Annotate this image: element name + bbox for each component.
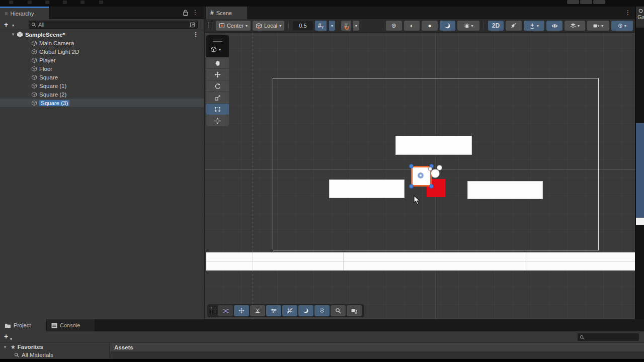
hierarchy-row[interactable]: Main Camera — [0, 39, 204, 47]
scene-visibility-toggle[interactable] — [546, 21, 562, 31]
eye-icon — [551, 23, 558, 29]
rect-tool-button[interactable] — [206, 104, 229, 115]
snap-increment-button[interactable]: # — [341, 21, 351, 31]
favorites-row[interactable]: ▼ ★ Favorites — [0, 343, 109, 351]
add-gameobject-button[interactable]: + — [4, 21, 8, 29]
hierarchy-row[interactable]: Square (1) — [0, 81, 204, 90]
rotate-gizmo-handle-tiny[interactable] — [429, 167, 432, 170]
kebab-menu-icon[interactable]: ⋮ — [625, 10, 631, 16]
kebab-menu-icon[interactable]: ⋮ — [192, 10, 198, 16]
pivot-mode-button[interactable]: Center ▾ — [216, 21, 251, 31]
floor-sprite[interactable] — [206, 252, 636, 270]
rotate-gizmo-handle-small[interactable] — [437, 165, 442, 170]
tool-context-dropdown[interactable]: ▾ — [210, 46, 221, 53]
rect-handle-top-left[interactable] — [409, 164, 414, 168]
grid-snap-dropdown[interactable]: ▾ — [329, 21, 335, 31]
scene-asset-icon — [17, 31, 23, 38]
tab-scene[interactable]: # Scene — [206, 7, 247, 19]
overlay-grid-visibility-button[interactable] — [282, 305, 297, 316]
layers-button[interactable]: ▾ — [565, 21, 585, 31]
shading-shaded-wireframe-button[interactable]: ◐ — [404, 21, 420, 31]
transform-tool-button[interactable] — [206, 115, 229, 126]
tab-game[interactable]: Ga — [636, 7, 644, 28]
shading-wireframe-button[interactable]: ⊕ — [386, 21, 402, 31]
shading-shaded-button[interactable]: ● — [422, 21, 438, 31]
pick-window-icon[interactable] — [190, 22, 195, 28]
kebab-menu-icon[interactable]: ⋮ — [193, 32, 199, 38]
assets-breadcrumb[interactable]: Assets — [110, 343, 644, 351]
scene-viewport[interactable]: ▾ — [205, 33, 644, 319]
rotate-gizmo-handle[interactable] — [431, 169, 439, 177]
tab-hierarchy[interactable]: ≡ Hierarchy — [0, 7, 49, 19]
particles-icon — [319, 308, 325, 314]
overlay-camera-button[interactable] — [347, 305, 362, 316]
camera-settings-button[interactable]: ▾ — [587, 21, 609, 31]
foldout-open-icon[interactable]: ▼ — [3, 345, 7, 349]
overlay-lighting-button[interactable] — [298, 305, 313, 316]
hierarchy-row[interactable]: Square (2) — [0, 90, 204, 99]
scale-tool-button[interactable] — [206, 92, 229, 104]
hierarchy-row-selected[interactable]: Square (3) — [0, 99, 204, 107]
snap-increment-dropdown[interactable]: ▾ — [353, 21, 359, 31]
tab-console[interactable]: Console — [47, 319, 95, 331]
random-tools-button[interactable] — [218, 305, 233, 316]
overlay-particles-button[interactable] — [314, 305, 330, 316]
view-tool-button[interactable] — [206, 57, 229, 69]
drag-handle-icon[interactable] — [213, 40, 222, 40]
hierarchy-row[interactable]: Global Light 2D — [0, 47, 204, 56]
scene-lighting-toggle[interactable] — [440, 21, 456, 31]
audio-mute-toggle[interactable] — [506, 21, 522, 31]
game-view-letterbox-bottom — [636, 225, 644, 319]
mode-2d-toggle[interactable]: 2D — [488, 21, 504, 31]
overlay-search-button[interactable] — [331, 305, 346, 316]
platform-sprite-left[interactable] — [329, 179, 405, 198]
drag-handle-icon[interactable] — [211, 307, 215, 314]
platform-sprite-right[interactable] — [467, 181, 543, 199]
scene-panel: # Scene ⋮ Center ▾ Local ▾ 0.5 #Y ▾ # — [204, 7, 644, 319]
overlay-constraint-button[interactable] — [250, 305, 265, 316]
window-control-button[interactable] — [593, 0, 605, 4]
rect-handle-bottom-right[interactable] — [429, 184, 434, 189]
pivot-ring-icon — [418, 172, 424, 178]
sliders-icon — [271, 308, 277, 314]
tools-overlay-header[interactable]: ▾ — [206, 35, 229, 57]
game-tab-label: Ga — [636, 14, 644, 20]
hierarchy-row-scene[interactable]: ▼ SampleScene* ⋮ — [0, 30, 204, 39]
hierarchy-search-input[interactable]: All — [29, 21, 198, 29]
search-icon — [580, 335, 585, 340]
game-tab-icon — [638, 9, 643, 13]
window-control-button[interactable] — [580, 0, 592, 4]
rect-handle-bottom-left[interactable] — [409, 184, 414, 189]
toolbar-remnant-icon — [9, 1, 13, 4]
add-dropdown-arrow-icon[interactable]: ▾ — [10, 337, 12, 341]
grid-y-icon: #Y — [318, 22, 324, 29]
window-control-button[interactable] — [567, 0, 579, 4]
debug-draw-mode-button[interactable]: ▾ — [457, 21, 479, 31]
scene-effects-button[interactable]: ▾ — [524, 21, 544, 31]
unlock-icon[interactable] — [183, 10, 189, 16]
grid-snap-toggle[interactable]: #Y — [315, 21, 327, 31]
scene-tabbar: # Scene ⋮ — [205, 7, 644, 19]
console-tab-label: Console — [60, 322, 80, 328]
project-search-input[interactable] — [578, 333, 639, 341]
overlay-move-button[interactable] — [234, 305, 249, 316]
gizmos-toggle[interactable]: ⊕ ▾ — [611, 21, 633, 31]
assets-grid-area[interactable] — [110, 351, 644, 359]
overlay-sliders-button[interactable] — [266, 305, 281, 316]
hierarchy-row[interactable]: Floor — [0, 64, 204, 73]
hierarchy-row[interactable]: Player — [0, 56, 204, 64]
add-dropdown-arrow-icon[interactable]: ▾ — [12, 23, 14, 28]
hierarchy-row[interactable]: Square — [0, 73, 204, 81]
orientation-button[interactable]: Local ▾ — [253, 21, 284, 31]
hierarchy-item-label: Square — [39, 74, 58, 80]
add-asset-button[interactable]: + — [4, 332, 8, 340]
move-tool-button[interactable] — [206, 69, 229, 80]
rotate-tool-button[interactable] — [206, 80, 229, 92]
platform-sprite-top[interactable] — [395, 136, 472, 155]
tab-project[interactable]: Project — [0, 319, 46, 331]
foldout-open-icon[interactable]: ▼ — [11, 32, 15, 37]
toolbar-drag-handle[interactable] — [208, 22, 212, 29]
favorites-item-all-materials[interactable]: All Materials — [0, 351, 109, 358]
floor-seam-line — [527, 252, 527, 270]
grid-size-field[interactable]: 0.5 — [293, 21, 312, 30]
